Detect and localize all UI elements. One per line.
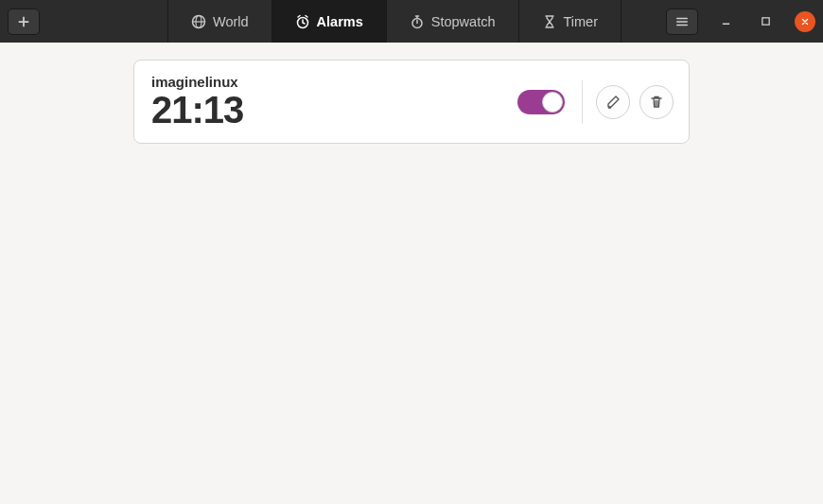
tab-timer[interactable]: Timer bbox=[519, 0, 622, 43]
menu-button[interactable] bbox=[666, 9, 698, 35]
trash-icon bbox=[649, 95, 664, 110]
alarm-time: 21:13 bbox=[151, 90, 517, 130]
tab-bar: World Alarms Stopwatch Timer bbox=[167, 0, 622, 43]
alarm-icon bbox=[295, 14, 310, 29]
tab-label: Timer bbox=[564, 14, 599, 29]
close-icon bbox=[800, 17, 810, 26]
alarm-name: imaginelinux bbox=[151, 74, 517, 90]
close-button[interactable] bbox=[795, 11, 815, 32]
alarm-info: imaginelinux 21:13 bbox=[151, 74, 517, 130]
add-button[interactable] bbox=[8, 9, 40, 35]
pencil-icon bbox=[605, 95, 621, 110]
separator bbox=[582, 80, 583, 124]
tab-alarms[interactable]: Alarms bbox=[272, 0, 387, 43]
tab-stopwatch[interactable]: Stopwatch bbox=[387, 0, 519, 43]
maximize-icon bbox=[761, 16, 771, 26]
alarm-card: imaginelinux 21:13 bbox=[133, 60, 690, 144]
stopwatch-icon bbox=[410, 14, 425, 29]
plus-icon bbox=[17, 15, 30, 28]
content-area: imaginelinux 21:13 bbox=[0, 43, 823, 161]
minimize-icon bbox=[721, 16, 731, 26]
delete-alarm-button[interactable] bbox=[639, 85, 674, 119]
tab-label: Stopwatch bbox=[431, 14, 496, 29]
toggle-knob bbox=[542, 92, 563, 113]
tab-world[interactable]: World bbox=[167, 0, 272, 43]
edit-alarm-button[interactable] bbox=[596, 85, 630, 119]
tab-label: World bbox=[213, 14, 249, 29]
hamburger-icon bbox=[675, 15, 689, 28]
minimize-button[interactable] bbox=[715, 11, 736, 32]
header-bar: World Alarms Stopwatch Timer bbox=[0, 0, 823, 43]
alarm-toggle[interactable] bbox=[517, 90, 565, 114]
tab-label: Alarms bbox=[317, 14, 363, 29]
maximize-button[interactable] bbox=[755, 11, 776, 32]
globe-icon bbox=[191, 14, 206, 29]
hourglass-icon bbox=[542, 14, 557, 29]
svg-rect-5 bbox=[762, 18, 768, 25]
